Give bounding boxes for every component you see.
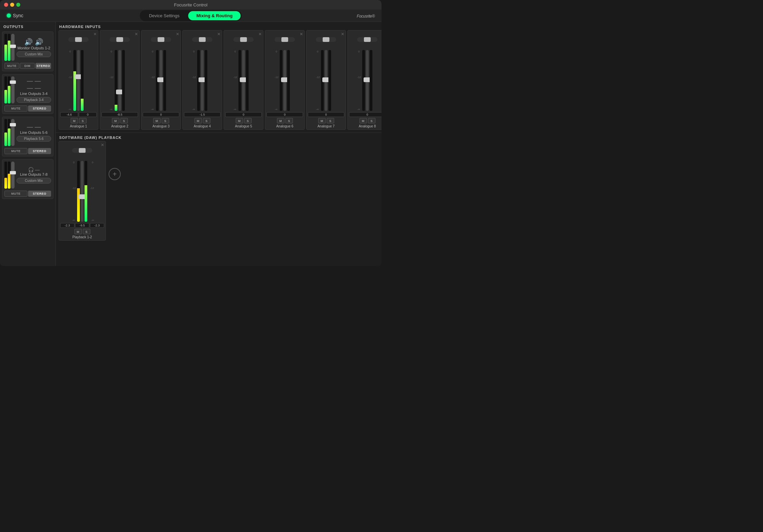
output-fader-knob-monitor[interactable] bbox=[10, 45, 16, 48]
tab-device-settings[interactable]: Device Settings bbox=[141, 11, 187, 20]
output-fader-line78[interactable] bbox=[11, 162, 15, 189]
pan-knob-analogue1[interactable] bbox=[75, 37, 82, 42]
close-analogue7[interactable]: ✕ bbox=[341, 32, 344, 37]
solo-btn-analogue3[interactable]: S bbox=[162, 118, 169, 123]
db-right-analogue1[interactable]: 0 bbox=[79, 112, 97, 117]
solo-btn-analogue2[interactable]: S bbox=[120, 118, 128, 123]
close-analogue4[interactable]: ✕ bbox=[217, 32, 221, 37]
add-channel-button[interactable]: + bbox=[109, 168, 121, 180]
solo-btn-analogue6[interactable]: S bbox=[285, 118, 293, 123]
stereo-btn-line34[interactable]: STEREO bbox=[28, 105, 51, 112]
pan-analogue3[interactable] bbox=[151, 37, 171, 42]
mute-btn-line34[interactable]: MUTE bbox=[4, 105, 27, 112]
mute-btn-analogue1[interactable]: M bbox=[71, 118, 78, 123]
fader-track-analogue6[interactable] bbox=[283, 50, 286, 111]
mute-btn-analogue7[interactable]: M bbox=[318, 118, 326, 123]
fader-area-analogue2: 0 -12 -∞ bbox=[101, 43, 138, 111]
mute-btn-analogue5[interactable]: M bbox=[236, 118, 243, 123]
db-display-analogue7: 0 bbox=[308, 112, 344, 117]
mute-btn-line56[interactable]: MUTE bbox=[4, 148, 27, 154]
mute-btn-analogue3[interactable]: M bbox=[153, 118, 161, 123]
pan-analogue8[interactable] bbox=[357, 37, 377, 42]
pan-analogue4[interactable] bbox=[192, 37, 212, 42]
tab-mixing-routing[interactable]: Mixing & Routing bbox=[188, 11, 241, 20]
output-fader-knob-line78[interactable] bbox=[10, 171, 16, 174]
stereo-btn-line78[interactable]: STEREO bbox=[28, 191, 51, 197]
pan-knob-analogue6[interactable] bbox=[281, 37, 288, 42]
pan-knob-analogue3[interactable] bbox=[158, 37, 164, 42]
output-source-line56[interactable]: Playback 5-6 bbox=[17, 136, 51, 142]
pan-analogue7[interactable] bbox=[316, 37, 336, 42]
pan-knob-analogue7[interactable] bbox=[323, 37, 329, 42]
fader-area-playback12: 0 -12 -∞ 0 -12 -∞ bbox=[60, 154, 104, 222]
mute-btn-analogue4[interactable]: M bbox=[194, 118, 202, 123]
pan-playback12[interactable] bbox=[72, 148, 92, 153]
fader-track-analogue8[interactable] bbox=[366, 50, 369, 111]
fader-area-analogue7: 0 -12 -∞ bbox=[308, 43, 344, 111]
solo-btn-analogue7[interactable]: S bbox=[327, 118, 334, 123]
solo-btn-analogue4[interactable]: S bbox=[203, 118, 210, 123]
pan-analogue6[interactable] bbox=[275, 37, 295, 42]
close-button[interactable] bbox=[4, 3, 8, 7]
output-fader-line56[interactable] bbox=[11, 119, 15, 146]
mute-btn-analogue2[interactable]: M bbox=[112, 118, 119, 123]
db-center-playback12[interactable]: -9.5 bbox=[75, 223, 89, 228]
db-analogue6[interactable]: 0 bbox=[267, 112, 303, 117]
db-analogue4[interactable]: -1.5 bbox=[184, 112, 221, 117]
pan-analogue2[interactable] bbox=[110, 37, 130, 42]
ms-row-analogue6: M S bbox=[277, 118, 293, 123]
fader-track-analogue5[interactable] bbox=[242, 50, 245, 111]
output-fader-monitor[interactable] bbox=[11, 34, 15, 61]
db-analogue5[interactable]: 0 bbox=[225, 112, 262, 117]
output-fader-knob-line34[interactable] bbox=[10, 80, 16, 84]
mute-btn-analogue6[interactable]: M bbox=[277, 118, 284, 123]
meter-group-monitor bbox=[4, 34, 15, 61]
close-analogue5[interactable]: ✕ bbox=[258, 32, 262, 37]
mute-btn-monitor[interactable]: MUTE bbox=[4, 63, 19, 69]
stereo-btn-monitor[interactable]: STEREO bbox=[36, 63, 51, 69]
dim-btn-monitor[interactable]: DIM bbox=[20, 63, 35, 69]
db-left-analogue1[interactable]: -4.6 bbox=[60, 112, 78, 117]
db-right-playback12[interactable]: -2.3 bbox=[90, 223, 104, 228]
pan-knob-analogue5[interactable] bbox=[240, 37, 247, 42]
solo-btn-analogue1[interactable]: S bbox=[79, 118, 87, 123]
mute-btn-playback12[interactable]: M bbox=[74, 229, 82, 234]
output-source-line78[interactable]: Custom Mix bbox=[17, 178, 51, 184]
fader-track-analogue7[interactable] bbox=[325, 50, 327, 111]
db-analogue3[interactable]: 0 bbox=[143, 112, 179, 117]
pan-analogue1[interactable] bbox=[68, 37, 89, 42]
close-playback12[interactable]: ✕ bbox=[101, 143, 104, 147]
maximize-button[interactable] bbox=[16, 3, 20, 7]
close-analogue2[interactable]: ✕ bbox=[135, 32, 138, 37]
output-fader-line34[interactable] bbox=[11, 76, 15, 103]
mute-btn-analogue8[interactable]: M bbox=[360, 118, 367, 123]
close-analogue6[interactable]: ✕ bbox=[300, 32, 303, 37]
stereo-btn-line56[interactable]: STEREO bbox=[28, 148, 51, 154]
fader-track-analogue4[interactable] bbox=[201, 50, 204, 111]
mute-btn-line78[interactable]: MUTE bbox=[4, 191, 27, 197]
solo-btn-playback12[interactable]: S bbox=[83, 229, 90, 234]
db-analogue7[interactable]: 0 bbox=[308, 112, 344, 117]
pan-knob-analogue2[interactable] bbox=[116, 37, 123, 42]
output-fader-knob-line56[interactable] bbox=[10, 123, 16, 126]
solo-btn-analogue5[interactable]: S bbox=[244, 118, 252, 123]
ch-name-analogue1: Analogue 1 bbox=[70, 124, 87, 128]
db-analogue2[interactable]: -8.5 bbox=[101, 112, 138, 117]
close-analogue1[interactable]: ✕ bbox=[93, 32, 97, 37]
fader-area-analogue4: 0 -12 -∞ bbox=[184, 43, 221, 111]
pan-knob-playback12[interactable] bbox=[79, 148, 86, 153]
output-source-line34[interactable]: Playback 3-4 bbox=[17, 97, 51, 103]
db-left-playback12[interactable]: -2.3 bbox=[60, 223, 74, 228]
pan-analogue5[interactable] bbox=[233, 37, 254, 42]
fader-track-analogue2[interactable] bbox=[118, 50, 121, 111]
fader-track-analogue1[interactable] bbox=[77, 50, 80, 111]
fader-track-playback12[interactable] bbox=[81, 161, 84, 222]
minimize-button[interactable] bbox=[10, 3, 14, 7]
close-analogue3[interactable]: ✕ bbox=[176, 32, 179, 37]
db-analogue8[interactable]: 0 bbox=[349, 112, 382, 117]
solo-btn-analogue8[interactable]: S bbox=[368, 118, 375, 123]
pan-knob-analogue8[interactable] bbox=[364, 37, 371, 42]
output-source-monitor[interactable]: Custom Mix bbox=[17, 51, 51, 57]
fader-track-analogue3[interactable] bbox=[160, 50, 162, 111]
pan-knob-analogue4[interactable] bbox=[199, 37, 206, 42]
